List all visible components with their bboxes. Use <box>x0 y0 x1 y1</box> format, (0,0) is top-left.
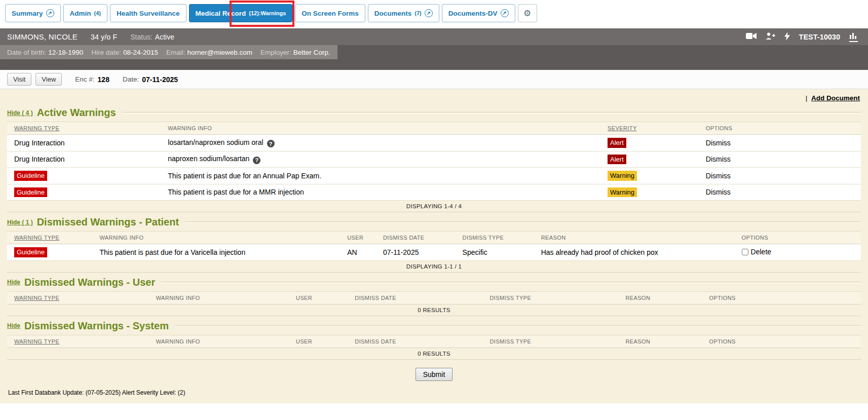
delete-label: Delete <box>751 248 771 256</box>
column-user: USER <box>289 335 348 348</box>
column-options: OPTIONS <box>702 291 861 304</box>
severity-badge: Warning <box>608 187 637 198</box>
column-options: OPTIONS <box>702 335 861 348</box>
patient-name: SIMMONS, NICOLE <box>7 32 78 41</box>
visit-button[interactable]: Visit <box>7 73 31 86</box>
help-icon[interactable]: ? <box>267 140 275 147</box>
chart-icon[interactable] <box>849 32 858 42</box>
patient-id: TEST-10030 <box>799 33 840 41</box>
main-content: | Add Document Hide ( 4 ) Active Warning… <box>0 89 868 403</box>
warning-type-cell: Drug Interaction <box>7 135 161 151</box>
hide-dismissed-user-link[interactable]: Hide <box>7 279 20 286</box>
dismiss-type-cell: Specific <box>456 244 534 261</box>
dismissed-user-header: Hide Dismissed Warnings - User <box>7 277 861 288</box>
patient-demographics: Date of birth:12-18-1990 Hire date:08-24… <box>0 45 337 59</box>
separator: | <box>806 94 808 102</box>
delete-checkbox[interactable] <box>742 249 748 255</box>
visit-toolbar: Visit View Enc #: 128 Date: 07-11-2025 <box>0 70 868 89</box>
column-warning-type[interactable]: WARNING TYPE <box>14 235 59 241</box>
dismiss-link[interactable]: Dismiss <box>706 139 731 147</box>
patient-age-sex: 34 y/o F <box>91 33 117 41</box>
tab-count: (4) <box>94 10 101 16</box>
submit-button[interactable]: Submit <box>416 368 453 381</box>
enc-label: Enc #: <box>75 75 94 83</box>
patient-status: Status:Active <box>130 33 174 41</box>
section-rule <box>185 221 861 223</box>
tab-label: Documents <box>374 10 412 17</box>
warning-info-cell: This patient is past due for a Varicella… <box>93 244 341 261</box>
warning-info-text: This patient is past due for an Annual P… <box>168 172 321 180</box>
external-link-icon[interactable]: ↗ <box>425 9 433 17</box>
hire-date-label: Hire date: <box>91 49 121 56</box>
dismissed-system-table: WARNING TYPE WARNING INFO USER DISMISS D… <box>7 335 861 360</box>
date-label: Date: <box>123 75 139 83</box>
tab-medical-record-warnings[interactable]: Medical Record (12):Warnings <box>189 4 293 22</box>
dismissed-user-table: WARNING TYPE WARNING INFO USER DISMISS D… <box>7 291 861 316</box>
gear-icon: ⚙ <box>523 8 531 19</box>
column-warning-type[interactable]: WARNING TYPE <box>14 338 59 345</box>
tab-count: (7) <box>414 10 421 16</box>
view-button[interactable]: View <box>35 73 62 86</box>
column-severity[interactable]: SEVERITY <box>608 125 637 131</box>
section-title: Dismissed Warnings - Patient <box>37 216 179 228</box>
tab-summary[interactable]: Summary ↗ <box>5 4 61 22</box>
active-warnings-table: WARNING TYPE WARNING INFO SEVERITY OPTIO… <box>7 122 861 212</box>
user-cell: AN <box>340 244 376 261</box>
patient-demographics-row: Date of birth:12-18-1990 Hire date:08-24… <box>0 45 868 59</box>
tab-admin[interactable]: Admin (4) <box>63 4 107 22</box>
section-title: Dismissed Warnings - User <box>24 277 155 288</box>
column-user: USER <box>340 232 376 244</box>
external-link-icon[interactable]: ↗ <box>501 9 509 17</box>
dismiss-link[interactable]: Dismiss <box>706 172 731 180</box>
tab-label: Summary <box>12 10 43 17</box>
tab-documents[interactable]: Documents (7) ↗ <box>368 4 439 22</box>
column-dismiss-date: DISMISS DATE <box>376 232 456 244</box>
dob-label: Date of birth: <box>7 49 46 56</box>
employer-value: Better Corp. <box>293 49 330 56</box>
hide-dismissed-patient-link[interactable]: Hide ( 1 ) <box>7 219 33 226</box>
tab-on-screen-forms[interactable]: On Screen Forms <box>295 4 365 22</box>
video-camera-icon[interactable] <box>746 32 757 41</box>
patient-header-row1: SIMMONS, NICOLE 34 y/o F Status:Active T… <box>0 28 868 45</box>
column-reason: REASON <box>618 335 702 348</box>
tab-label: Admin <box>70 10 91 17</box>
dismiss-link[interactable]: Dismiss <box>706 188 731 196</box>
tab-label: On Screen Forms <box>301 10 359 17</box>
hide-dismissed-system-link[interactable]: Hide <box>7 322 20 329</box>
table-row: Guideline This patient is past due for a… <box>7 184 861 201</box>
section-rule <box>161 282 861 283</box>
flash-icon[interactable] <box>784 32 790 42</box>
column-reason: REASON <box>534 232 735 244</box>
dismiss-link[interactable]: Dismiss <box>706 155 731 163</box>
add-document-link[interactable]: Add Document <box>811 94 860 102</box>
dismissed-system-header: Hide Dismissed Warnings - System <box>7 320 861 332</box>
warning-info-text: naproxen sodium/losartan <box>168 155 249 163</box>
column-warning-type[interactable]: WARNING TYPE <box>14 295 59 301</box>
column-warning-info: WARNING INFO <box>149 335 289 348</box>
hide-active-warnings-link[interactable]: Hide ( 4 ) <box>7 109 33 117</box>
help-icon[interactable]: ? <box>253 157 260 164</box>
tab-documents-dv[interactable]: Documents-DV ↗ <box>442 4 515 22</box>
table-header-row: WARNING TYPE WARNING INFO USER DISMISS D… <box>7 232 861 244</box>
settings-gear-button[interactable]: ⚙ <box>518 4 537 22</box>
section-title: Dismissed Warnings - System <box>24 320 169 332</box>
severity-badge: Alert <box>608 138 626 148</box>
column-warning-info: WARNING INFO <box>93 232 341 244</box>
column-warning-type[interactable]: WARNING TYPE <box>14 125 59 131</box>
add-user-icon[interactable] <box>766 32 775 42</box>
databank-update-note: Last First Databank Update: (07-05-2025)… <box>7 386 861 396</box>
warning-info-text: losartan/naproxen sodium oral <box>168 138 263 146</box>
external-link-icon[interactable]: ↗ <box>46 9 54 17</box>
encounter-info: Enc #: 128 <box>75 75 109 84</box>
table-row: Drug Interaction naproxen sodium/losarta… <box>7 151 861 168</box>
tab-label: Documents-DV <box>448 10 498 17</box>
date-value: 07-11-2025 <box>142 75 178 84</box>
table-header-row: WARNING TYPE WARNING INFO SEVERITY OPTIO… <box>7 122 861 135</box>
tab-label: Medical Record <box>196 10 246 17</box>
column-dismiss-type: DISMISS TYPE <box>483 291 619 304</box>
column-options: OPTIONS <box>699 122 861 135</box>
employer-label: Employer: <box>260 49 291 56</box>
status-label: Status: <box>130 33 153 41</box>
section-rule <box>122 112 861 113</box>
tab-health-surveillance[interactable]: Health Surveillance <box>110 4 186 22</box>
